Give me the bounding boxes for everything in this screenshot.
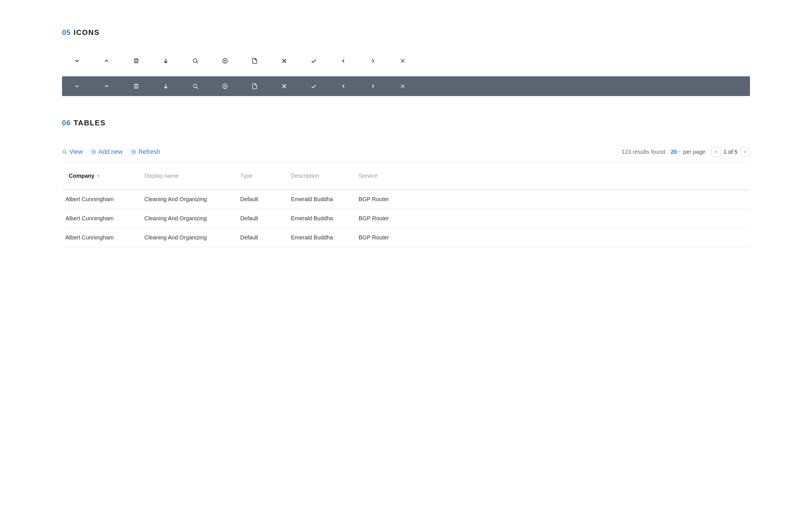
svg-line-2 <box>197 62 198 63</box>
cell-company: Albert Cunningham <box>62 209 141 228</box>
search-dark-icon[interactable] <box>181 76 210 96</box>
per-page-dropdown-icon <box>678 150 681 154</box>
column-header-company[interactable]: Company <box>62 163 141 189</box>
cell-service: BGP Router <box>355 209 750 228</box>
search-icon[interactable] <box>181 51 210 71</box>
trash-dark-icon[interactable] <box>121 76 151 96</box>
cell-description: Emerald Buddha <box>288 209 355 228</box>
svg-line-12 <box>197 87 198 89</box>
svg-point-20 <box>63 150 66 153</box>
icons-section-header: 05 ICONS <box>62 28 750 37</box>
refresh-icon <box>131 149 136 154</box>
icons-section-title: ICONS <box>73 28 100 37</box>
cell-display-name: Cleaning And Organizing <box>141 189 237 209</box>
refresh-button[interactable]: Refresh <box>131 148 160 156</box>
svg-point-11 <box>193 84 197 88</box>
prev-icon <box>714 150 718 154</box>
results-count: 123 results found <box>622 149 665 155</box>
tables-section-header: 06 TABLES <box>62 119 750 127</box>
chevron-down-icon[interactable] <box>62 51 92 71</box>
chevron-down-dark-icon[interactable] <box>62 76 92 96</box>
data-table: Company Display name Type Description <box>62 163 750 247</box>
svg-marker-29 <box>98 175 99 177</box>
icon-row-dark <box>62 76 750 96</box>
chevron-left-dark-icon[interactable] <box>328 76 358 96</box>
tables-section: 06 TABLES View <box>62 119 750 247</box>
close-thin-icon[interactable] <box>388 51 417 71</box>
cell-type: Default <box>237 209 288 228</box>
icon-row-light <box>62 51 750 71</box>
cell-description: Emerald Buddha <box>288 189 355 209</box>
check-dark-icon[interactable] <box>299 76 328 96</box>
refresh-label: Refresh <box>139 148 160 156</box>
per-page-select[interactable]: 20 per page <box>671 149 705 155</box>
close-x-icon[interactable] <box>269 51 299 71</box>
per-page-label: per page <box>683 149 705 155</box>
cell-display-name: Cleaning And Organizing <box>141 209 237 228</box>
cell-company: Albert Cunningham <box>62 189 141 209</box>
chevron-left-icon[interactable] <box>328 51 358 71</box>
chevron-up-icon[interactable] <box>92 51 121 71</box>
tables-section-title: TABLES <box>73 119 106 127</box>
add-new-icon <box>91 149 96 154</box>
add-new-button[interactable]: Add new <box>91 148 123 156</box>
cell-service: BGP Router <box>355 228 750 247</box>
svg-point-1 <box>193 59 197 62</box>
column-header-service: Service <box>355 163 750 189</box>
cell-service: BGP Router <box>355 189 750 209</box>
cell-type: Default <box>237 189 288 209</box>
pagination-info: 1 of 5 <box>723 149 738 155</box>
cell-description: Emerald Buddha <box>288 228 355 247</box>
arrow-down-dark-icon[interactable] <box>151 76 181 96</box>
toolbar-left: View Add new <box>62 148 622 156</box>
table-row[interactable]: Albert Cunningham Cleaning And Organizin… <box>62 189 750 209</box>
add-circle-dark-icon[interactable] <box>210 76 240 96</box>
table-row[interactable]: Albert Cunningham Cleaning And Organizin… <box>62 209 750 228</box>
cell-company: Albert Cunningham <box>62 228 141 247</box>
icons-section-number: 05 <box>62 28 71 37</box>
chevron-right-dark-icon[interactable] <box>358 76 388 96</box>
icons-section: 05 ICONS <box>62 28 750 96</box>
add-new-label: Add new <box>98 148 123 156</box>
table-row[interactable]: Albert Cunningham Cleaning And Organizin… <box>62 228 750 247</box>
pagination: 1 of 5 <box>711 147 750 157</box>
document-dark-icon[interactable] <box>240 76 269 96</box>
chevron-right-icon[interactable] <box>358 51 388 71</box>
company-sort-icon <box>97 174 100 178</box>
trash-icon[interactable] <box>121 51 151 71</box>
pagination-next-button[interactable] <box>741 147 750 157</box>
view-button[interactable]: View <box>62 148 83 156</box>
close-x-dark-icon[interactable] <box>269 76 299 96</box>
add-circle-icon[interactable] <box>210 51 240 71</box>
tables-section-number: 06 <box>62 119 71 127</box>
table-toolbar: View Add new <box>62 142 750 163</box>
document-icon[interactable] <box>240 51 269 71</box>
next-icon <box>743 150 747 154</box>
column-header-display-name: Display name <box>141 163 237 189</box>
chevron-up-dark-icon[interactable] <box>92 76 121 96</box>
table-header-row: Company Display name Type Description <box>62 163 750 189</box>
pagination-prev-button[interactable] <box>711 147 721 157</box>
close-thin-dark-icon[interactable] <box>388 76 417 96</box>
cell-display-name: Cleaning And Organizing <box>141 228 237 247</box>
per-page-value: 20 <box>671 149 681 155</box>
cell-type: Default <box>237 228 288 247</box>
svg-line-21 <box>65 153 66 154</box>
view-label: View <box>69 148 83 156</box>
column-header-description: Description <box>288 163 355 189</box>
toolbar-right: 123 results found 20 per page <box>622 147 750 157</box>
search-toolbar-icon <box>62 149 67 154</box>
svg-marker-28 <box>679 152 680 153</box>
check-icon[interactable] <box>299 51 328 71</box>
column-header-type: Type <box>237 163 288 189</box>
arrow-down-icon[interactable] <box>151 51 181 71</box>
